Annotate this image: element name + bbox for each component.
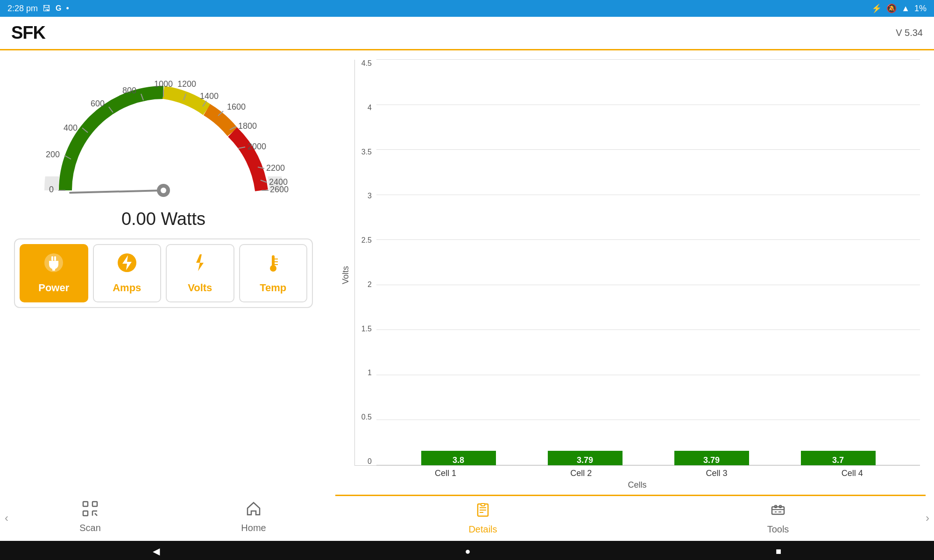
nav-right: Details Tools [335, 495, 926, 541]
nav-details[interactable]: Details [335, 496, 630, 541]
tab-temp[interactable]: Temp [239, 244, 308, 302]
svg-point-41 [270, 265, 276, 272]
y-tick-25: 2.5 [355, 237, 375, 244]
x-label-cell1: Cell 1 [399, 469, 492, 478]
nav-details-label: Details [468, 524, 497, 535]
save-icon: 🖫 [42, 4, 51, 14]
nav-scan[interactable]: Scan [8, 495, 172, 539]
thermometer-icon [263, 252, 283, 277]
left-chevron-icon[interactable]: ‹ [0, 495, 8, 541]
mode-tabs: Power Amps Volts [14, 238, 313, 308]
bolt-down-icon [190, 252, 210, 277]
bar-cell2-value: 3.79 [577, 455, 593, 465]
x-label-cell3: Cell 3 [670, 469, 764, 478]
y-tick-35: 3.5 [355, 148, 375, 156]
status-bar-left: 2:28 pm 🖫 G • [7, 4, 69, 14]
svg-text:2200: 2200 [266, 163, 285, 173]
wifi-icon: ▲ [901, 4, 910, 14]
svg-text:600: 600 [91, 99, 105, 108]
chart-area: Volts 0 0.5 1 1.5 2 2.5 3 3.5 [341, 60, 920, 490]
battery-percent: 1% [914, 4, 927, 14]
bar-cell1-value: 3.8 [453, 455, 464, 465]
tab-temp-label: Temp [260, 282, 286, 294]
svg-text:1800: 1800 [238, 121, 257, 131]
nav-tools-label: Tools [767, 524, 789, 535]
x-label-cell4: Cell 4 [806, 469, 899, 478]
bars-container: 3.8 3.79 [376, 60, 920, 465]
chart-plot-area: 3.8 3.79 [376, 60, 920, 465]
svg-text:1600: 1600 [227, 102, 246, 112]
svg-rect-36 [52, 268, 55, 271]
right-chevron-icon[interactable]: › [926, 495, 934, 541]
app-logo: SFK [11, 23, 45, 43]
chart-body: 0 0.5 1 1.5 2 2.5 3 3.5 4 4.5 [354, 60, 920, 490]
bar-cell3-rect: 3.79 [674, 451, 749, 465]
android-nav: ◀ ● ■ [0, 541, 934, 560]
recent-button[interactable]: ■ [776, 546, 781, 557]
svg-rect-35 [54, 256, 56, 261]
chart-inner: 0 0.5 1 1.5 2 2.5 3 3.5 4 4.5 [354, 60, 920, 466]
home-icon [246, 501, 262, 520]
svg-marker-39 [196, 254, 204, 271]
bar-cell1-rect: 3.8 [421, 451, 496, 465]
bar-cell2: 3.79 [548, 451, 623, 465]
bottom-nav-wrapper: ‹ Scan Home [0, 495, 934, 541]
svg-rect-45 [83, 502, 88, 506]
scan-icon [82, 501, 98, 520]
tab-amps[interactable]: Amps [93, 244, 162, 302]
status-bar: 2:28 pm 🖫 G • ⚡ 🔕 ▲ 1% [0, 0, 934, 17]
gauge-svg: 0 200 400 600 800 1000 1200 [33, 60, 294, 204]
bar-cell3-value: 3.79 [703, 455, 720, 465]
y-tick-3: 3 [355, 192, 375, 200]
bar-cell3: 3.79 [674, 451, 749, 465]
y-axis-label: Volts [341, 60, 351, 490]
home-button[interactable]: ● [465, 546, 470, 557]
svg-line-30 [70, 190, 163, 193]
svg-rect-55 [481, 504, 485, 506]
y-tick-15: 1.5 [355, 325, 375, 333]
bar-cell2-rect: 3.79 [548, 451, 623, 465]
bluetooth-icon: ⚡ [871, 3, 882, 14]
tab-amps-label: Amps [113, 282, 141, 294]
y-tick-2: 2 [355, 281, 375, 288]
x-label-cell2: Cell 2 [534, 469, 628, 478]
svg-rect-56 [772, 507, 784, 514]
x-axis-title: Cells [354, 480, 920, 490]
bar-cell1: 3.8 [421, 451, 496, 465]
svg-text:1400: 1400 [200, 91, 219, 101]
svg-rect-34 [51, 256, 53, 261]
y-tick-1: 1 [355, 369, 375, 377]
svg-text:800: 800 [122, 86, 136, 95]
right-panel: Volts 0 0.5 1 1.5 2 2.5 3 3.5 [327, 50, 934, 495]
gauge-container: 0 200 400 600 800 1000 1200 [33, 60, 294, 204]
back-button[interactable]: ◀ [153, 546, 160, 557]
tab-volts-label: Volts [188, 282, 212, 294]
bar-cell4: 3.7 [801, 451, 876, 465]
bar-cell4-value: 3.7 [832, 455, 844, 465]
y-tick-0: 0 [355, 458, 375, 465]
y-tick-4: 4 [355, 104, 375, 112]
svg-rect-46 [92, 502, 97, 506]
svg-text:1200: 1200 [177, 79, 196, 89]
svg-rect-40 [272, 255, 275, 266]
svg-text:1000: 1000 [154, 79, 173, 89]
google-icon: G [56, 4, 61, 13]
bar-cell4-rect: 3.7 [801, 451, 876, 465]
tab-power[interactable]: Power [20, 244, 88, 302]
app-bar: SFK V 5.34 [0, 17, 934, 50]
tab-volts[interactable]: Volts [166, 244, 234, 302]
svg-text:2600: 2600 [270, 185, 289, 194]
left-panel: 0 200 400 600 800 1000 1200 [0, 50, 327, 495]
y-tick-45: 4.5 [355, 60, 375, 67]
details-icon [475, 502, 491, 521]
svg-rect-47 [83, 511, 88, 516]
svg-text:0: 0 [49, 185, 54, 194]
nav-tools[interactable]: Tools [630, 496, 926, 541]
x-labels: Cell 1 Cell 2 Cell 3 Cell 4 [354, 466, 920, 478]
nav-home[interactable]: Home [172, 495, 335, 539]
time-display: 2:28 pm [7, 4, 38, 14]
dot-icon: • [66, 4, 69, 14]
chart-with-yaxis: Volts 0 0.5 1 1.5 2 2.5 3 3.5 [341, 60, 920, 490]
svg-line-50 [95, 513, 97, 516]
main-content: 0 200 400 600 800 1000 1200 [0, 50, 934, 495]
